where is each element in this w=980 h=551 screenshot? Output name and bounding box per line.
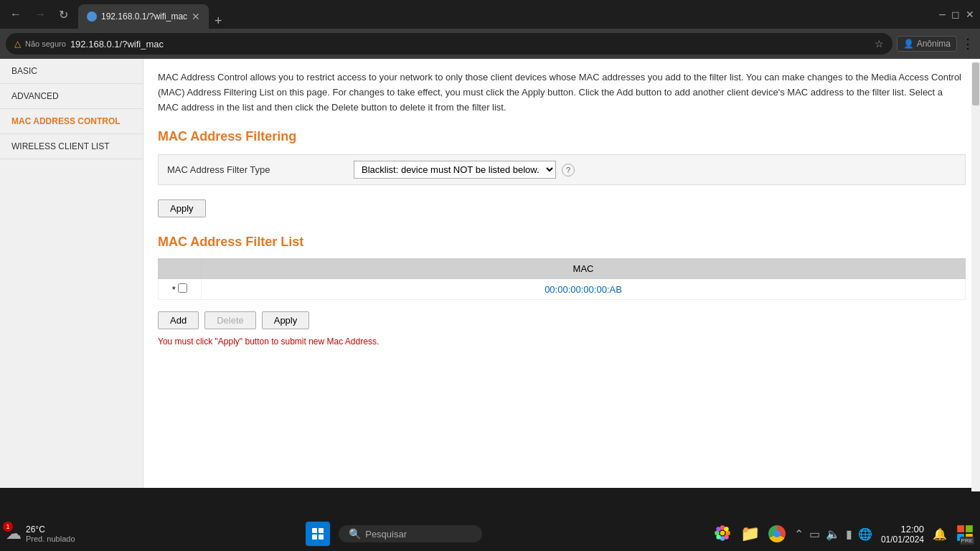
- taskbar-center: 🔍 Pesquisar: [306, 522, 482, 546]
- files-icon: 📁: [740, 524, 760, 542]
- svg-point-6: [724, 534, 729, 540]
- tab-close-btn[interactable]: ✕: [192, 11, 200, 22]
- tab-title: 192.168.0.1/?wifi_mac: [101, 11, 187, 22]
- clock-date: 01/01/2024: [881, 534, 924, 545]
- table-cell-mac: 00:00:00:00:00:AB: [202, 279, 966, 300]
- weather-desc: Pred. nublado: [26, 534, 75, 543]
- url-text: 192.168.0.1/?wifi_mac: [70, 39, 870, 50]
- notification-bell-icon[interactable]: 🔔: [933, 527, 947, 541]
- browser-forward-btn[interactable]: →: [30, 5, 50, 24]
- tab-favicon: [87, 11, 97, 22]
- table-cell-star: *: [159, 279, 202, 300]
- bookmark-icon[interactable]: ☆: [875, 38, 884, 50]
- flower-icon: [713, 524, 732, 542]
- monitor-icon[interactable]: ▭: [809, 527, 820, 541]
- filter-type-help-icon[interactable]: ?: [562, 164, 575, 176]
- weather-notif-badge: 1: [3, 522, 13, 532]
- sidebar-item-advanced[interactable]: ADVANCED: [0, 84, 143, 109]
- network-icon[interactable]: 🌐: [858, 527, 872, 541]
- lock-icon: △: [14, 39, 21, 49]
- browser-back-btn[interactable]: ←: [6, 5, 26, 24]
- taskbar-app-chrome[interactable]: [768, 525, 786, 542]
- svg-rect-9: [957, 525, 964, 532]
- system-tray: ⌃ ▭ 🔈 ▮ 🌐: [794, 527, 872, 541]
- main-content: MAC Address Control allows you to restri…: [143, 59, 980, 488]
- apply-button-bottom[interactable]: Apply: [262, 311, 310, 329]
- weather-temp: 26°C: [26, 524, 75, 534]
- speaker-icon[interactable]: 🔈: [826, 527, 840, 541]
- taskbar: 1 ☁ 26°C Pred. nublado 🔍 Pesquisar: [0, 517, 980, 551]
- scroll-thumb[interactable]: [972, 62, 979, 105]
- filter-list-section: MAC Address Filter List MAC * 00:00:00:0…: [158, 235, 966, 347]
- svg-point-8: [724, 527, 729, 532]
- apply-button-top[interactable]: Apply: [158, 199, 206, 217]
- table-row: * 00:00:00:00:00:AB: [159, 279, 966, 300]
- sidebar: BASIC ADVANCED MAC ADDRESS CONTROL WIREL…: [0, 59, 143, 488]
- taskbar-search[interactable]: 🔍 Pesquisar: [339, 525, 482, 542]
- mac-filtering-section: MAC Address Filtering MAC Address Filter…: [158, 129, 966, 217]
- browser-tab[interactable]: 192.168.0.1/?wifi_mac ✕: [78, 4, 209, 29]
- filter-type-row: MAC Address Filter Type Blacklist: devic…: [158, 154, 966, 185]
- delete-button[interactable]: Delete: [204, 311, 256, 329]
- page-description: MAC Address Control allows you to restri…: [158, 70, 966, 115]
- sidebar-item-wireless-client-list[interactable]: WIRELESS CLIENT LIST: [0, 134, 143, 159]
- clock[interactable]: 12:00 01/01/2024: [881, 524, 924, 545]
- anon-label: Anônima: [917, 39, 951, 49]
- taskbar-color-icon[interactable]: PRE: [956, 524, 974, 545]
- sidebar-item-mac-address-control[interactable]: MAC ADDRESS CONTROL: [0, 109, 143, 134]
- filter-table: MAC * 00:00:00:00:00:AB: [158, 258, 966, 300]
- scrollbar[interactable]: [971, 62, 980, 491]
- svg-point-0: [720, 530, 725, 535]
- chevron-up-icon[interactable]: ⌃: [794, 527, 804, 541]
- clock-time: 12:00: [881, 524, 924, 534]
- search-icon: 🔍: [349, 528, 361, 540]
- search-placeholder: Pesquisar: [365, 529, 407, 540]
- not-secure-label: Não seguro: [25, 39, 66, 48]
- start-button[interactable]: [306, 522, 330, 546]
- table-header-mac: MAC: [202, 259, 966, 279]
- battery-icon[interactable]: ▮: [846, 527, 852, 541]
- maximize-btn[interactable]: ◻: [951, 9, 960, 20]
- close-btn[interactable]: ✕: [966, 9, 974, 20]
- minimize-btn[interactable]: –: [939, 8, 946, 21]
- svg-point-7: [716, 534, 721, 540]
- warning-text: You must click "Apply" button to submit …: [158, 336, 966, 347]
- action-btns: Add Delete Apply: [158, 311, 966, 329]
- windows-logo: [312, 528, 324, 540]
- filter-type-label: MAC Address Filter Type: [167, 164, 354, 175]
- filter-list-title: MAC Address Filter List: [158, 235, 966, 250]
- new-tab-btn[interactable]: +: [215, 14, 222, 29]
- browser-reload-btn[interactable]: ↻: [55, 5, 72, 24]
- table-header-checkbox: [159, 259, 202, 279]
- taskbar-app-flower[interactable]: [713, 524, 732, 545]
- mac-filtering-title: MAC Address Filtering: [158, 129, 966, 144]
- taskbar-left: 1 ☁ 26°C Pred. nublado: [6, 524, 75, 543]
- svg-rect-10: [966, 525, 973, 532]
- sidebar-item-basic[interactable]: BASIC: [0, 59, 143, 84]
- weather-widget[interactable]: 1 ☁ 26°C Pred. nublado: [6, 524, 75, 543]
- browser-menu-btn[interactable]: ⋮: [961, 36, 974, 52]
- row-checkbox[interactable]: [178, 283, 187, 293]
- pre-badge: PRE: [960, 537, 974, 545]
- anon-btn[interactable]: 👤 Anônima: [897, 36, 957, 52]
- address-bar[interactable]: △ Não seguro 192.168.0.1/?wifi_mac ☆: [6, 33, 892, 55]
- chrome-icon: [768, 525, 786, 542]
- add-button[interactable]: Add: [158, 311, 199, 329]
- filter-type-select[interactable]: Blacklist: device must NOT be listed bel…: [354, 161, 556, 179]
- svg-point-5: [716, 527, 721, 532]
- taskbar-right: 📁 ⌃ ▭ 🔈 ▮ 🌐 12:00 01/01/2024 🔔: [713, 524, 974, 545]
- taskbar-app-files[interactable]: 📁: [740, 524, 760, 543]
- anon-icon: 👤: [903, 39, 914, 49]
- apply-btn-row-top: Apply: [158, 199, 966, 217]
